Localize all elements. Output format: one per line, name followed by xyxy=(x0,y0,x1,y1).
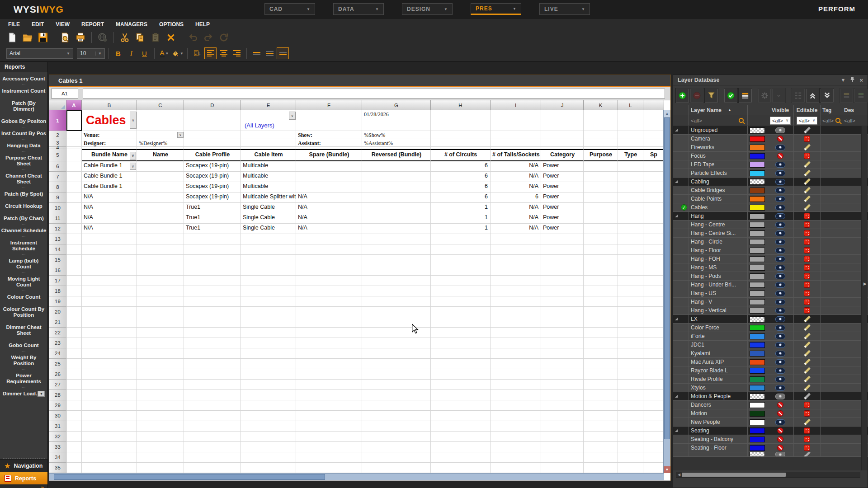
des-column-header[interactable]: Des xyxy=(842,105,868,115)
column-header-D[interactable]: D xyxy=(184,100,241,110)
cell-C2[interactable]: ∨ xyxy=(137,131,184,139)
cell-F20[interactable] xyxy=(296,307,362,317)
cell-C31[interactable] xyxy=(137,421,184,432)
cell-B2[interactable]: Venue: xyxy=(82,131,137,139)
eye-slash-icon[interactable] xyxy=(777,153,783,159)
tag-cell[interactable] xyxy=(821,160,842,169)
editable-cell[interactable] xyxy=(794,263,821,272)
row-header-31[interactable]: 31 xyxy=(49,421,66,432)
cell-K11[interactable] xyxy=(584,213,618,224)
cell-D17[interactable] xyxy=(184,276,241,286)
expand-triangle-icon[interactable] xyxy=(675,429,678,432)
cell-F15[interactable] xyxy=(296,255,362,265)
sidebar-item-inst-count-by-pos[interactable]: Inst Count By Pos xyxy=(0,129,47,138)
cell-C26[interactable] xyxy=(137,369,184,380)
cell-J23[interactable] xyxy=(541,338,584,348)
cell-D26[interactable] xyxy=(184,369,241,380)
visible-cell[interactable] xyxy=(767,160,794,169)
underline-button[interactable]: U xyxy=(138,47,151,59)
cell-G3[interactable]: %Assistant% xyxy=(362,139,431,147)
cell-F11[interactable]: N/A xyxy=(296,213,362,224)
layer-name-cell[interactable]: Hang - Vertical xyxy=(689,306,748,314)
editable-cell[interactable] xyxy=(794,349,821,357)
editable-cell[interactable] xyxy=(794,152,821,160)
cell-M15[interactable] xyxy=(643,255,664,265)
eye-slash-icon[interactable] xyxy=(777,427,783,434)
cell-D25[interactable] xyxy=(184,359,241,369)
cell-F3[interactable]: Assistant: xyxy=(296,139,362,147)
cell-L11[interactable] xyxy=(618,213,643,224)
cell-E28[interactable] xyxy=(241,390,296,400)
layer-name-cell[interactable]: Hang - US xyxy=(689,289,748,297)
tag-cell[interactable] xyxy=(821,212,842,220)
cell-D7[interactable]: Socapex (19-pin) xyxy=(184,172,241,182)
visible-cell[interactable] xyxy=(767,358,794,366)
cell-I23[interactable] xyxy=(491,338,541,348)
cell-L31[interactable] xyxy=(618,421,643,432)
cell-C22[interactable] xyxy=(137,328,184,338)
layer-add-button[interactable] xyxy=(676,89,689,103)
cell-C10[interactable] xyxy=(137,203,184,213)
cell-I3[interactable] xyxy=(491,139,541,147)
cell-H2[interactable] xyxy=(431,131,491,139)
cell-D14[interactable] xyxy=(184,244,241,255)
editable-cell[interactable] xyxy=(794,435,821,443)
eye-icon[interactable] xyxy=(775,179,785,185)
pencil-off-icon[interactable] xyxy=(804,247,810,253)
cell-I33[interactable] xyxy=(491,442,541,452)
cell-K33[interactable] xyxy=(584,442,618,452)
layer-up-button[interactable] xyxy=(806,89,819,103)
cell-K18[interactable] xyxy=(584,286,618,296)
cell-E18[interactable] xyxy=(241,286,296,296)
pencil-off-icon[interactable] xyxy=(804,307,810,314)
eye-slash-icon[interactable] xyxy=(777,402,783,408)
cell-B8[interactable]: Cable Bundle 1 xyxy=(82,182,137,192)
layer-color-swatch[interactable] xyxy=(750,445,765,451)
cell-L6[interactable] xyxy=(618,161,643,172)
cell-I5[interactable]: # of Tails/Sockets xyxy=(491,149,541,161)
cell-G8[interactable] xyxy=(362,182,431,192)
cell-I10[interactable]: N/A xyxy=(491,203,541,213)
cell-J22[interactable] xyxy=(541,328,584,338)
layer-color-swatch[interactable] xyxy=(750,325,765,331)
cell-B17[interactable] xyxy=(82,276,137,286)
editable-cell[interactable] xyxy=(794,409,821,418)
cell-F16[interactable] xyxy=(296,265,362,276)
cell-C8[interactable] xyxy=(137,182,184,192)
layer-gear-button[interactable] xyxy=(758,89,771,103)
cell-L35[interactable] xyxy=(618,463,643,473)
cell-M35[interactable] xyxy=(643,463,664,473)
cell-B28[interactable] xyxy=(82,390,137,400)
cell-F18[interactable] xyxy=(296,286,362,296)
row-header-18[interactable]: 18 xyxy=(49,286,66,296)
editable-cell[interactable] xyxy=(794,255,821,263)
cell-L22[interactable] xyxy=(618,328,643,338)
cell-B6[interactable]: Cable Bundle 1∨ xyxy=(82,161,137,172)
layer-row[interactable]: Motion xyxy=(673,409,868,418)
visible-cell[interactable] xyxy=(767,384,794,392)
cell-M34[interactable] xyxy=(643,452,664,463)
pencil-off-icon[interactable] xyxy=(804,136,810,142)
cell-M16[interactable] xyxy=(643,265,664,276)
cell-G35[interactable] xyxy=(362,463,431,473)
layer-group-row[interactable]: Ungrouped xyxy=(673,126,868,135)
editable-cell[interactable] xyxy=(794,195,821,203)
cell-H21[interactable] xyxy=(431,317,491,328)
cell-D5[interactable]: Cable Profile xyxy=(184,149,241,161)
layer-row[interactable]: Hang - Circle xyxy=(673,238,868,246)
pencil-off-icon[interactable] xyxy=(804,221,810,228)
cell-G14[interactable] xyxy=(362,244,431,255)
cell-D9[interactable]: Socapex (19-pin) xyxy=(184,192,241,203)
new-document-button[interactable] xyxy=(5,31,19,44)
cell-G2[interactable]: %Show% xyxy=(362,131,431,139)
tag-cell[interactable] xyxy=(821,178,842,186)
cell-F17[interactable] xyxy=(296,276,362,286)
layer-row[interactable]: Hang - Under Bri... xyxy=(673,281,868,289)
cell-A19[interactable] xyxy=(66,296,82,307)
cell-K32[interactable] xyxy=(584,432,618,442)
cell-D33[interactable] xyxy=(184,442,241,452)
editable-cell[interactable] xyxy=(794,135,821,143)
sidebar-item-channel-cheat-sheet[interactable]: Channel Cheat Sheet xyxy=(0,171,47,187)
row-header-8[interactable]: 8 xyxy=(49,182,66,192)
eye-slash-icon[interactable] xyxy=(777,410,783,417)
